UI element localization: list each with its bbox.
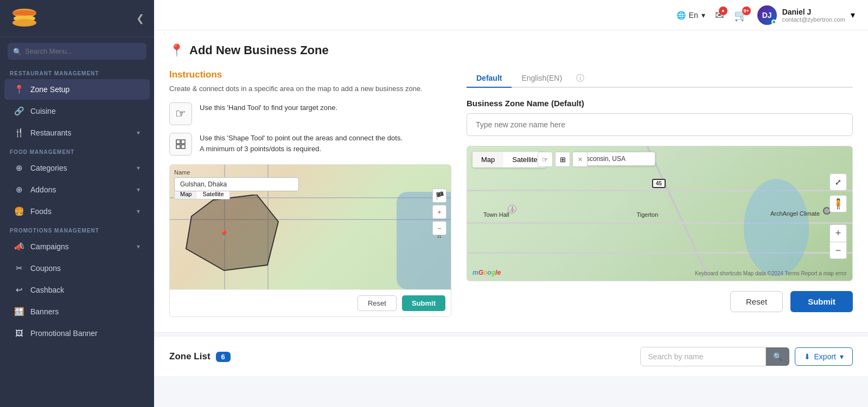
mail-badge: ● bbox=[719, 7, 727, 15]
main-panel: 📍 Add New Business Zone Instructions Cre… bbox=[154, 30, 868, 333]
cart-button[interactable]: 🛒 9+ bbox=[734, 9, 748, 22]
tab-english[interactable]: English(EN) bbox=[512, 69, 572, 88]
avatar: DJ bbox=[757, 5, 777, 25]
zone-list-actions: 🔍 ⬇ Export ▾ bbox=[640, 347, 853, 366]
svg-point-3 bbox=[12, 10, 36, 16]
tab-default[interactable]: Default bbox=[467, 69, 512, 88]
svg-rect-4 bbox=[176, 140, 180, 144]
zone-count-badge: 6 bbox=[216, 352, 231, 362]
sidebar: ❮ 🔍 RESTAURANT MANAGEMENT 📍 Zone Setup 🔗… bbox=[0, 0, 154, 407]
google-logo: mGoogle bbox=[473, 269, 501, 276]
sidebar-item-campaigns[interactable]: 📣 Campaigns ▾ bbox=[4, 236, 150, 257]
zone-submit-button[interactable]: Submit bbox=[790, 291, 853, 312]
sidebar-item-label-cuisine: Cuisine bbox=[30, 107, 56, 115]
sidebar-item-label-restaurants: Restaurants bbox=[30, 128, 71, 137]
map-label-tigerton: Tigerton bbox=[636, 211, 658, 218]
map-hand-tool-btn[interactable]: ☞ bbox=[538, 152, 553, 167]
map-label-townhall: Town Hall bbox=[483, 211, 509, 218]
cuisine-icon: 🔗 bbox=[14, 106, 24, 116]
svg-rect-6 bbox=[176, 145, 180, 148]
sidebar-logo-area: ❮ bbox=[0, 0, 154, 37]
preview-submit-button[interactable]: Submit bbox=[402, 295, 445, 311]
preview-zoom-minus[interactable]: − bbox=[432, 221, 446, 235]
export-button[interactable]: ⬇ Export ▾ bbox=[795, 347, 853, 366]
pin-icon: 📍 bbox=[169, 43, 184, 57]
sidebar-item-foods[interactable]: 🍔 Foods ▾ bbox=[4, 201, 150, 222]
route-sign: 45 bbox=[652, 179, 666, 188]
map-copyright: Keyboard shortcuts Map data ©2024 Terms … bbox=[695, 270, 847, 276]
preview-map-actions: Reset Submit bbox=[170, 289, 451, 316]
instruction-text-2: Use this 'Shape Tool' to point out the a… bbox=[200, 133, 403, 154]
zone-setup-icon: 📍 bbox=[14, 85, 24, 94]
instructions-description: Create & connect dots in a specific area… bbox=[169, 85, 451, 93]
map-pin-icon: 📍 bbox=[219, 230, 229, 240]
map-pegman-icon[interactable]: 🧍 bbox=[829, 195, 847, 212]
preview-hand-tool-btn[interactable]: 🏴 bbox=[432, 189, 446, 203]
zone-list-title: Zone List 6 bbox=[169, 351, 231, 362]
sidebar-item-restaurants[interactable]: 🍴 Restaurants ▾ bbox=[4, 122, 150, 143]
zone-name-label: Business Zone Name (Default) bbox=[467, 99, 853, 108]
sidebar-item-banners[interactable]: 🪟 Banners bbox=[4, 301, 150, 322]
svg-point-2 bbox=[12, 19, 36, 27]
zone-reset-button[interactable]: Reset bbox=[730, 291, 783, 312]
map-zoom-out-button[interactable]: − bbox=[829, 242, 847, 259]
sidebar-item-label-foods: Foods bbox=[30, 207, 52, 216]
sidebar-search-input[interactable] bbox=[8, 43, 146, 60]
sidebar-item-label-addons: Addons bbox=[30, 185, 56, 194]
map-name-input[interactable] bbox=[174, 177, 299, 191]
section-food-label: FOOD MANAGEMENT bbox=[0, 144, 154, 157]
map-close-search-btn[interactable]: ✕ bbox=[572, 152, 588, 167]
sidebar-item-label-banners: Banners bbox=[30, 307, 59, 316]
instructions-column: Instructions Create & connect dots in a … bbox=[169, 69, 451, 317]
sidebar-item-categories[interactable]: ⊕ Categories ▾ bbox=[4, 158, 150, 178]
mail-button[interactable]: ✉ ● bbox=[715, 9, 724, 22]
map-fullscreen-button[interactable]: ⤢ bbox=[829, 173, 847, 191]
export-down-icon: ⬇ bbox=[804, 352, 810, 361]
avatar-online-indicator bbox=[771, 20, 776, 24]
zone-list-title-text: Zone List bbox=[169, 351, 210, 362]
user-dropdown-icon: ▾ bbox=[851, 10, 855, 20]
main-area: 🌐 En ▾ ✉ ● 🛒 9+ DJ Daniel J contact@zybe… bbox=[154, 0, 868, 407]
restaurants-arrow-icon: ▾ bbox=[137, 129, 140, 137]
zone-search-button[interactable]: 🔍 bbox=[766, 347, 789, 366]
banners-icon: 🪟 bbox=[14, 307, 24, 316]
sidebar-item-coupons[interactable]: ✂ Coupons bbox=[4, 258, 150, 279]
campaigns-arrow-icon: ▾ bbox=[137, 243, 140, 250]
map-shape-tool-btn[interactable]: ⊞ bbox=[555, 152, 570, 167]
sidebar-item-cashback[interactable]: ↩ Cashback bbox=[4, 280, 150, 300]
sidebar-item-promotional-banner[interactable]: 🖼 Promotional Banner bbox=[4, 323, 150, 343]
user-name: Daniel J bbox=[782, 8, 845, 16]
cart-badge: 9+ bbox=[742, 7, 751, 15]
sidebar-item-addons[interactable]: ⊕ Addons ▾ bbox=[4, 179, 150, 200]
map-name-label: Name bbox=[174, 169, 299, 176]
map-search-input[interactable] bbox=[579, 155, 649, 163]
map-zoom-in-button[interactable]: + bbox=[829, 224, 847, 242]
map-river bbox=[744, 179, 809, 276]
zone-name-input[interactable] bbox=[467, 113, 853, 136]
instruction-row-1: ☞ Use this 'Hand Tool' to find your targ… bbox=[169, 102, 451, 125]
instruction-text-1: Use this 'Hand Tool' to find your target… bbox=[200, 102, 337, 113]
svg-rect-7 bbox=[181, 145, 185, 148]
preview-zoom-plus[interactable]: + bbox=[432, 205, 446, 219]
export-dropdown-icon: ▾ bbox=[840, 352, 844, 361]
topbar: 🌐 En ▾ ✉ ● 🛒 9+ DJ Daniel J contact@zybe… bbox=[154, 0, 868, 30]
user-menu[interactable]: DJ Daniel J contact@zybertron.com ▾ bbox=[757, 5, 855, 25]
actual-map: 45 Town Hall ⛪ Tigerton ArchAngel Climat… bbox=[467, 146, 853, 281]
sidebar-item-cuisine[interactable]: 🔗 Cuisine bbox=[4, 101, 150, 121]
zone-search-input[interactable] bbox=[641, 347, 765, 366]
svg-rect-5 bbox=[181, 140, 185, 144]
tab-info-icon[interactable]: ⓘ bbox=[576, 73, 584, 83]
sidebar-collapse-button[interactable]: ❮ bbox=[136, 12, 144, 24]
sidebar-search-icon: 🔍 bbox=[13, 47, 22, 55]
user-info: Daniel J contact@zybertron.com bbox=[782, 8, 845, 23]
sidebar-item-zone-setup[interactable]: 📍 Zone Setup bbox=[4, 79, 150, 100]
actual-map-tab[interactable]: Map bbox=[473, 152, 503, 167]
page-title-text: Add New Business Zone bbox=[189, 43, 329, 57]
categories-arrow-icon: ▾ bbox=[137, 164, 140, 172]
preview-reset-button[interactable]: Reset bbox=[358, 295, 397, 311]
coupons-icon: ✂ bbox=[14, 263, 24, 273]
language-selector[interactable]: 🌐 En ▾ bbox=[676, 11, 705, 20]
export-button-label: Export bbox=[814, 352, 836, 361]
page-title: 📍 Add New Business Zone bbox=[169, 43, 853, 57]
hand-tool-icon-box: ☞ bbox=[169, 102, 192, 125]
